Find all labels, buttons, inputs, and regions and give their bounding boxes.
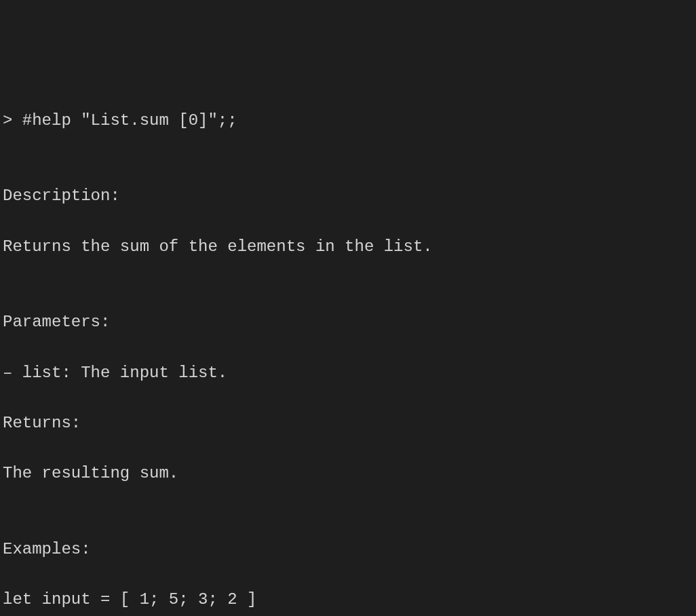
examples-header: Examples: <box>3 537 693 562</box>
repl-command: > #help "List.sum [0]";; <box>3 108 693 133</box>
parameter-item: – list: The input list. <box>3 360 693 385</box>
returns-text: The resulting sum. <box>3 461 693 486</box>
returns-header: Returns: <box>3 410 693 436</box>
description-text: Returns the sum of the elements in the l… <box>3 234 693 259</box>
example-code-line: let input = [ 1; 5; 3; 2 ] <box>3 587 693 612</box>
description-header: Description: <box>3 183 693 208</box>
parameters-header: Parameters: <box>3 309 693 334</box>
